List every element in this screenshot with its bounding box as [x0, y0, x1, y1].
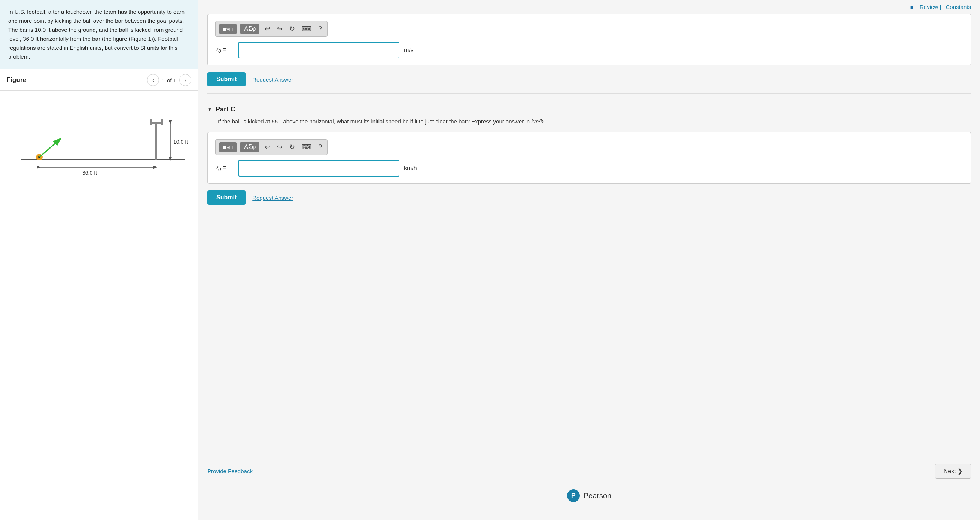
bottom-bar: Provide Feedback Next ❯ [198, 455, 980, 483]
part-c-redo-button[interactable]: ↪ [275, 142, 284, 152]
problem-text-box: In U.S. football, after a touchdown the … [0, 0, 198, 69]
part-c-section: ▼ Part C If the ball is kicked at 55 ° a… [207, 100, 971, 205]
part-b-refresh-icon: ↻ [290, 25, 295, 33]
figure-nav: ‹ 1 of 1 › [147, 74, 191, 86]
part-b-submit-button[interactable]: Submit [207, 72, 245, 86]
svg-rect-3 [155, 122, 157, 160]
part-c-undo-icon: ↩ [265, 143, 270, 151]
pearson-logo: P [567, 489, 580, 502]
part-c-header: ▼ Part C [207, 100, 971, 117]
distance-label: 36.0 ft [82, 170, 97, 176]
part-b-math-toolbar: ■√□ AΣφ ↩ ↪ ↻ ⌨ ? [215, 21, 328, 36]
constants-link[interactable]: Constants [945, 4, 971, 10]
part-c-answer-box: ■√□ AΣφ ↩ ↪ ↻ ⌨ [207, 132, 971, 184]
part-c-keyboard-button[interactable]: ⌨ [300, 142, 313, 152]
part-b-refresh-button[interactable]: ↻ [288, 24, 296, 34]
svg-line-2 [39, 139, 60, 157]
feedback-link[interactable]: Provide Feedback [207, 468, 253, 474]
figure-nav-text: 1 of 1 [162, 77, 176, 83]
part-c-collapse-icon[interactable]: ▼ [207, 107, 212, 112]
part-c-action-row: Submit Request Answer [207, 190, 971, 205]
part-c-refresh-button[interactable]: ↻ [288, 142, 296, 152]
part-c-redo-icon: ↪ [277, 143, 283, 151]
height-label: 10.0 ft [173, 139, 188, 145]
svg-rect-5 [150, 119, 152, 125]
separator: | [940, 4, 943, 10]
problem-text: In U.S. football, after a touchdown the … [8, 9, 185, 60]
figure-prev-button[interactable]: ‹ [147, 74, 159, 86]
part-b-undo-button[interactable]: ↩ [263, 24, 272, 34]
part-c-keyboard-icon: ⌨ [302, 143, 312, 151]
part-b-sigma-button[interactable]: AΣφ [240, 24, 259, 34]
part-b-answer-input[interactable] [239, 42, 399, 59]
left-panel: In U.S. football, after a touchdown the … [0, 0, 198, 520]
top-bar: ■ Review | Constants [198, 0, 980, 14]
part-c-sigma-button[interactable]: AΣφ [240, 142, 259, 152]
part-b-sqrt-icon: ■√□ [223, 26, 233, 32]
part-c-title: Part C [216, 106, 235, 113]
part-b-keyboard-icon: ⌨ [302, 25, 312, 33]
part-b-sigma-icon: AΣφ [244, 25, 256, 32]
part-c-description: If the ball is kicked at 55 ° above the … [207, 117, 971, 126]
figure-section: Figure ‹ 1 of 1 › [0, 69, 198, 520]
svg-rect-6 [161, 119, 163, 125]
pearson-initial: P [571, 492, 576, 500]
part-c-sqrt-button[interactable]: ■√□ [220, 142, 237, 152]
part-b-answer-label: v0 = [215, 46, 234, 54]
top-bar-links: ■ Review | Constants [910, 4, 971, 10]
part-c-answer-input[interactable] [239, 160, 399, 177]
part-c-undo-button[interactable]: ↩ [263, 142, 272, 152]
figure-next-button[interactable]: › [179, 74, 191, 86]
next-button[interactable]: Next ❯ [935, 463, 971, 479]
pearson-name: Pearson [584, 491, 612, 500]
part-c-help-button[interactable]: ? [317, 143, 323, 152]
part-c-answer-row: v0 = km/h [215, 160, 963, 177]
next-label: Next ❯ [944, 468, 963, 475]
part-b-help-button[interactable]: ? [317, 24, 323, 34]
field-diagram: 10.0 ft 36.0 ft [10, 102, 189, 184]
pearson-footer: P Pearson [198, 483, 980, 509]
figure-header: Figure ‹ 1 of 1 › [0, 69, 198, 90]
part-b-sqrt-button[interactable]: ■√□ [220, 24, 237, 34]
review-link[interactable]: Review [920, 4, 938, 10]
part-c-sqrt-icon: ■√□ [223, 144, 233, 151]
part-c-help-icon: ? [318, 143, 322, 151]
part-c-answer-unit: km/h [404, 165, 423, 172]
part-c-sigma-icon: AΣφ [244, 144, 256, 150]
content-area: ■√□ AΣφ ↩ ↪ ↻ ⌨ ? [198, 14, 980, 455]
part-b-undo-icon: ↩ [265, 25, 270, 33]
part-b-answer-unit: m/s [404, 47, 423, 54]
part-b-redo-icon: ↪ [277, 25, 283, 33]
part-c-math-toolbar: ■√□ AΣφ ↩ ↪ ↻ ⌨ [215, 139, 328, 155]
review-icon: ■ [910, 4, 914, 10]
part-b-answer-box: ■√□ AΣφ ↩ ↪ ↻ ⌨ ? [207, 14, 971, 65]
right-panel: ■ Review | Constants ■√□ AΣφ ↩ ↪ [198, 0, 980, 520]
part-b-request-answer-button[interactable]: Request Answer [252, 76, 293, 83]
figure-canvas: 10.0 ft 36.0 ft [0, 90, 198, 195]
part-c-refresh-icon: ↻ [290, 143, 295, 151]
part-c-submit-button[interactable]: Submit [207, 190, 245, 205]
part-b-help-icon: ? [318, 25, 322, 33]
figure-title: Figure [7, 76, 26, 84]
part-b-answer-row: v0 = m/s [215, 42, 963, 59]
part-b-keyboard-button[interactable]: ⌨ [300, 24, 313, 34]
part-c-request-answer-button[interactable]: Request Answer [252, 195, 293, 201]
part-b-action-row: Submit Request Answer [207, 72, 971, 86]
part-b-redo-button[interactable]: ↪ [275, 24, 284, 34]
part-c-answer-label: v0 = [215, 164, 234, 172]
svg-rect-4 [150, 122, 163, 124]
